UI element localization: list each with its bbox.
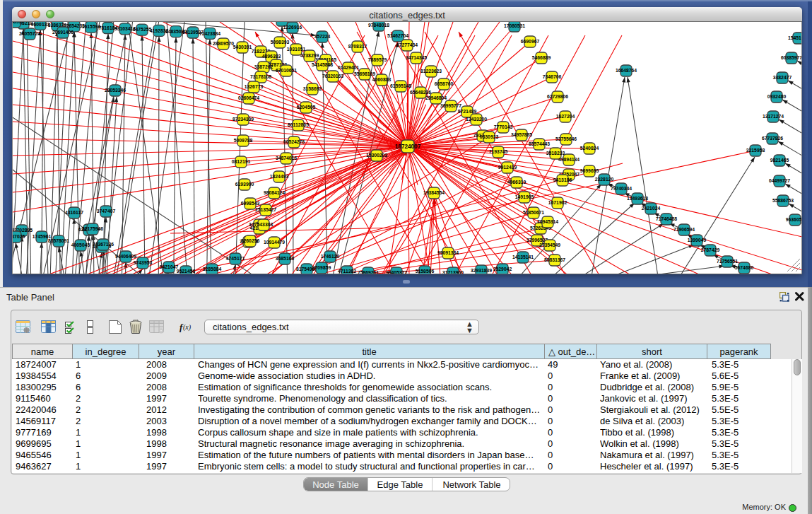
svg-text:7770143: 7770143 xyxy=(494,124,513,129)
svg-text:9821465: 9821465 xyxy=(770,158,789,163)
svg-text:1031051: 1031051 xyxy=(287,47,306,52)
svg-text:3482477: 3482477 xyxy=(773,75,792,80)
svg-text:55698169: 55698169 xyxy=(354,71,375,76)
svg-text:54145868: 54145868 xyxy=(312,62,333,67)
svg-text:49894134: 49894134 xyxy=(558,157,579,162)
svg-text:6193990: 6193990 xyxy=(235,182,254,187)
svg-text:2328120: 2328120 xyxy=(595,177,614,182)
svg-text:5430391: 5430391 xyxy=(233,45,252,49)
svg-text:85574443: 85574443 xyxy=(529,141,550,146)
svg-text:20691406: 20691406 xyxy=(52,30,73,35)
svg-text:4060883: 4060883 xyxy=(372,77,392,82)
svg-text:9699695: 9699695 xyxy=(580,168,599,173)
svg-text:6475255: 6475255 xyxy=(133,27,152,32)
svg-text:73178108: 73178108 xyxy=(250,74,271,79)
svg-text:18724007: 18724007 xyxy=(395,144,421,150)
svg-text:6998543: 6998543 xyxy=(241,201,260,206)
svg-text:72423884: 72423884 xyxy=(199,31,220,36)
svg-text:5009788: 5009788 xyxy=(234,138,253,143)
svg-text:9743953: 9743953 xyxy=(134,260,153,265)
svg-text:4896383: 4896383 xyxy=(262,54,281,59)
svg-text:3529042: 3529042 xyxy=(493,267,512,271)
svg-text:9421047: 9421047 xyxy=(160,264,179,269)
svg-text:34957885: 34957885 xyxy=(511,132,532,137)
svg-text:28053346: 28053346 xyxy=(105,88,126,93)
svg-text:71746488: 71746488 xyxy=(656,216,677,221)
svg-text:3709859: 3709859 xyxy=(312,265,331,270)
svg-text:9413186: 9413186 xyxy=(553,177,572,182)
svg-text:13171274: 13171274 xyxy=(763,114,784,119)
svg-text:13433200: 13433200 xyxy=(466,117,487,122)
svg-text:19384554: 19384554 xyxy=(423,190,445,195)
svg-text:02606474: 02606474 xyxy=(238,95,259,100)
svg-text:6204505: 6204505 xyxy=(297,105,316,110)
svg-text:15300203: 15300203 xyxy=(366,153,387,158)
svg-text:16648764: 16648764 xyxy=(616,68,637,73)
svg-text:0330923: 0330923 xyxy=(480,134,499,139)
svg-text:6690967: 6690967 xyxy=(521,39,540,44)
svg-text:65648236: 65648236 xyxy=(410,90,431,95)
svg-text:(x): (x) xyxy=(183,323,192,332)
svg-text:1226916: 1226916 xyxy=(283,25,302,30)
svg-text:10914479: 10914479 xyxy=(264,240,285,245)
svg-text:0932480: 0932480 xyxy=(767,94,787,99)
svg-text:357224: 357224 xyxy=(314,34,331,39)
svg-text:29946804: 29946804 xyxy=(425,95,447,100)
svg-text:01429401: 01429401 xyxy=(338,65,359,70)
svg-text:51850671: 51850671 xyxy=(523,210,544,215)
svg-text:1627204: 1627204 xyxy=(556,114,575,119)
svg-text:1824493: 1824493 xyxy=(270,174,289,179)
svg-text:3747407: 3747407 xyxy=(97,209,116,214)
svg-text:04499727: 04499727 xyxy=(769,178,790,183)
svg-text:3285884: 3285884 xyxy=(203,267,222,271)
svg-text:97848018: 97848018 xyxy=(368,23,389,28)
svg-text:5466889: 5466889 xyxy=(532,55,551,60)
svg-text:71756551: 71756551 xyxy=(717,259,738,264)
svg-text:17080531: 17080531 xyxy=(504,23,525,28)
svg-text:1671902: 1671902 xyxy=(548,200,567,205)
svg-text:2421024: 2421024 xyxy=(642,206,661,211)
svg-text:55886753: 55886753 xyxy=(772,198,794,203)
svg-text:76945314: 76945314 xyxy=(537,219,558,224)
svg-text:25135427: 25135427 xyxy=(255,207,276,212)
svg-text:9912419: 9912419 xyxy=(498,165,517,170)
svg-text:8148932: 8148932 xyxy=(13,22,24,24)
svg-text:7889579: 7889579 xyxy=(368,57,387,62)
svg-text:51462704: 51462704 xyxy=(387,33,408,38)
svg-text:34874016: 34874016 xyxy=(276,156,297,160)
svg-text:3215958: 3215958 xyxy=(746,148,765,153)
svg-text:32931839: 32931839 xyxy=(471,268,492,273)
svg-text:4005045: 4005045 xyxy=(71,243,90,247)
svg-text:00524278: 00524278 xyxy=(283,139,305,144)
svg-text:34714345: 34714345 xyxy=(406,55,427,60)
svg-text:31713900: 31713900 xyxy=(442,270,464,274)
svg-text:15451680: 15451680 xyxy=(788,35,802,40)
svg-text:74367136: 74367136 xyxy=(93,242,114,247)
svg-text:14135141: 14135141 xyxy=(512,255,534,259)
svg-text:60385977: 60385977 xyxy=(781,55,802,60)
svg-text:62729806: 62729806 xyxy=(547,94,568,99)
svg-text:5098393: 5098393 xyxy=(271,40,290,45)
svg-text:61595148: 61595148 xyxy=(390,83,411,88)
svg-text:8721489: 8721489 xyxy=(458,109,477,114)
svg-text:13493618: 13493618 xyxy=(627,196,648,201)
svg-text:1399049: 1399049 xyxy=(688,238,707,243)
svg-text:3685160: 3685160 xyxy=(276,256,295,261)
svg-text:2260256: 2260256 xyxy=(241,238,260,243)
svg-text:5674680: 5674680 xyxy=(735,265,754,270)
svg-text:87277434: 87277434 xyxy=(396,42,418,47)
svg-text:9600133: 9600133 xyxy=(31,22,50,27)
svg-text:9636057: 9636057 xyxy=(786,217,802,222)
svg-text:1615594: 1615594 xyxy=(82,24,101,29)
svg-text:71906594: 71906594 xyxy=(673,227,695,232)
svg-text:80831367: 80831367 xyxy=(544,257,565,262)
svg-text:4316117: 4316117 xyxy=(65,210,83,215)
svg-text:1326773: 1326773 xyxy=(245,84,264,89)
svg-text:80112805: 80112805 xyxy=(288,122,309,127)
svg-text:1746120: 1746120 xyxy=(321,254,340,259)
svg-text:2787429: 2787429 xyxy=(701,247,720,252)
svg-text:36995777: 36995777 xyxy=(440,103,461,108)
svg-text:53755646: 53755646 xyxy=(555,136,577,141)
svg-text:7193745: 7193745 xyxy=(489,149,508,154)
svg-text:67737826: 67737826 xyxy=(762,136,783,141)
